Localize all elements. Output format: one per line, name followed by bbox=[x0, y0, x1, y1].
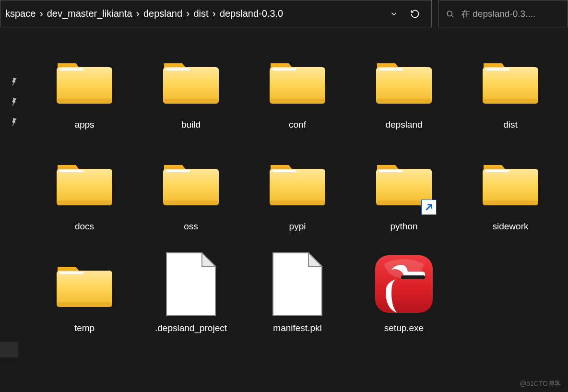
folder-item[interactable]: python bbox=[364, 149, 444, 249]
svg-rect-11 bbox=[376, 67, 432, 104]
file-item[interactable]: manifest.pkl bbox=[257, 250, 338, 351]
breadcrumb-segment[interactable]: kspace bbox=[2, 6, 38, 21]
folder-item[interactable]: sidework bbox=[470, 149, 551, 249]
folder-item[interactable]: apps bbox=[44, 47, 125, 148]
item-label: python bbox=[390, 221, 417, 232]
svg-rect-8 bbox=[270, 67, 325, 104]
svg-rect-9 bbox=[272, 68, 296, 71]
pin-icon[interactable] bbox=[8, 96, 19, 107]
folder-item[interactable]: pypi bbox=[257, 149, 338, 249]
svg-rect-29 bbox=[483, 169, 538, 205]
folder-icon bbox=[264, 47, 331, 114]
svg-rect-31 bbox=[483, 201, 538, 205]
refresh-button[interactable] bbox=[403, 0, 426, 27]
item-label: temp bbox=[74, 322, 95, 334]
pin-icon[interactable] bbox=[8, 116, 19, 128]
svg-rect-3 bbox=[59, 68, 83, 71]
item-label: apps bbox=[74, 119, 94, 131]
breadcrumb: kspace›dev_master_likianta›depsland›dist… bbox=[0, 6, 384, 21]
folder-icon bbox=[370, 47, 438, 114]
breadcrumb-segment[interactable]: dev_master_likianta bbox=[44, 6, 135, 21]
svg-rect-25 bbox=[270, 201, 325, 205]
file-icon bbox=[264, 250, 331, 318]
breadcrumb-segment[interactable]: depsland bbox=[141, 6, 185, 21]
folder-item[interactable]: docs bbox=[44, 149, 125, 249]
svg-rect-18 bbox=[59, 170, 83, 172]
svg-rect-19 bbox=[57, 201, 112, 205]
chevron-right-icon: › bbox=[38, 8, 44, 20]
svg-rect-27 bbox=[379, 170, 403, 172]
history-dropdown-button[interactable] bbox=[384, 0, 403, 27]
svg-rect-20 bbox=[163, 169, 219, 205]
folder-icon bbox=[51, 149, 118, 216]
svg-rect-30 bbox=[485, 170, 509, 172]
svg-rect-7 bbox=[163, 99, 219, 104]
chevron-right-icon: › bbox=[135, 8, 141, 20]
nav-selection-edge bbox=[0, 342, 18, 357]
svg-rect-4 bbox=[57, 99, 112, 104]
item-label: conf bbox=[289, 119, 306, 131]
app-icon bbox=[370, 250, 438, 318]
folder-icon bbox=[157, 149, 225, 216]
svg-marker-36 bbox=[202, 253, 215, 266]
svg-rect-34 bbox=[57, 302, 112, 307]
folder-icon bbox=[157, 47, 225, 114]
folder-item[interactable]: oss bbox=[151, 149, 231, 249]
svg-rect-15 bbox=[485, 68, 509, 71]
folder-item[interactable]: temp bbox=[44, 250, 125, 351]
svg-rect-22 bbox=[163, 201, 219, 205]
app-item[interactable]: setup.exe bbox=[364, 250, 444, 351]
search-placeholder: 在 depsland-0.3.... bbox=[461, 8, 568, 20]
folder-item[interactable]: dist bbox=[470, 47, 551, 148]
shortcut-arrow-icon bbox=[421, 200, 437, 215]
svg-rect-12 bbox=[379, 68, 403, 71]
svg-rect-14 bbox=[483, 67, 538, 104]
svg-rect-2 bbox=[57, 67, 112, 104]
svg-rect-10 bbox=[270, 99, 325, 104]
svg-rect-5 bbox=[163, 67, 219, 104]
chevron-right-icon: › bbox=[185, 8, 190, 20]
item-label: setup.exe bbox=[384, 322, 424, 334]
folder-item[interactable]: conf bbox=[257, 47, 338, 148]
item-label: depsland bbox=[385, 119, 422, 131]
svg-rect-24 bbox=[272, 170, 296, 172]
svg-rect-33 bbox=[59, 272, 83, 274]
item-label: manifest.pkl bbox=[273, 322, 321, 334]
refresh-icon bbox=[410, 9, 420, 19]
file-item[interactable]: .depsland_project bbox=[151, 250, 231, 351]
breadcrumb-segment[interactable]: depsland-0.3.0 bbox=[217, 6, 286, 21]
svg-rect-6 bbox=[166, 68, 190, 71]
address-bar: kspace›dev_master_likianta›depsland›dist… bbox=[0, 0, 568, 28]
svg-rect-16 bbox=[483, 99, 538, 104]
item-label: oss bbox=[184, 221, 198, 232]
svg-rect-32 bbox=[57, 271, 112, 307]
svg-rect-23 bbox=[270, 169, 325, 205]
breadcrumb-segment[interactable]: dist bbox=[190, 6, 211, 21]
folder-icon bbox=[370, 149, 438, 216]
svg-line-1 bbox=[451, 15, 453, 17]
folder-icon bbox=[264, 149, 331, 216]
item-label: sidework bbox=[493, 221, 529, 232]
chevron-down-icon bbox=[390, 10, 398, 18]
watermark-text: @51CTO博客 bbox=[520, 380, 561, 388]
svg-rect-21 bbox=[166, 170, 190, 172]
item-label: docs bbox=[75, 221, 94, 232]
folder-icon bbox=[477, 47, 544, 114]
folder-icon bbox=[477, 149, 544, 216]
pin-icon[interactable] bbox=[8, 76, 19, 87]
folder-icon bbox=[51, 47, 118, 114]
item-label: pypi bbox=[289, 221, 306, 232]
folder-item[interactable]: build bbox=[151, 47, 231, 148]
svg-rect-40 bbox=[401, 275, 425, 279]
search-input[interactable]: 在 depsland-0.3.... bbox=[438, 0, 568, 27]
item-label: .depsland_project bbox=[155, 322, 227, 334]
item-label: build bbox=[181, 119, 201, 131]
svg-point-0 bbox=[447, 11, 452, 16]
item-label: dist bbox=[503, 119, 518, 131]
breadcrumb-box: kspace›dev_master_likianta›depsland›dist… bbox=[0, 0, 432, 27]
svg-rect-17 bbox=[57, 169, 112, 205]
sidebar bbox=[0, 28, 27, 392]
svg-marker-38 bbox=[308, 253, 322, 266]
folder-icon bbox=[51, 250, 118, 318]
folder-item[interactable]: depsland bbox=[364, 47, 444, 148]
